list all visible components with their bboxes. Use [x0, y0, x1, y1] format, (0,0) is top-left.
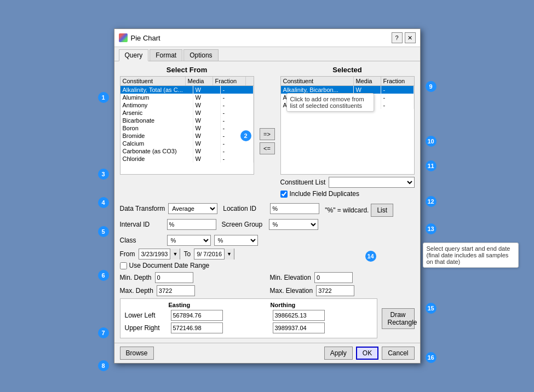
data-transform-row: Data Transform Average Median Sum None	[120, 203, 218, 214]
max-elevation-input[interactable]	[316, 285, 354, 296]
to-date-input[interactable]: 9/ 7/2016 ▼	[194, 249, 234, 260]
table-row[interactable]: Carbonate (as CO3) W -	[120, 147, 254, 155]
sel-th-fraction: Fraction	[381, 77, 414, 85]
callout-3: 3	[98, 169, 109, 180]
pie-chart-dialog: Pie Chart ? ✕ Query Format Options Selec…	[114, 28, 421, 364]
remove-button[interactable]: <=	[260, 142, 275, 154]
sel-th-constituent: Constituent	[281, 77, 354, 85]
sel-th-media: Media	[354, 77, 381, 85]
table-row[interactable]: Boron W -	[120, 124, 254, 132]
location-id-row: Location ID	[223, 203, 319, 214]
class-select-2[interactable]: %	[214, 235, 258, 246]
include-duplicates-label: Include Field Duplicates	[290, 190, 359, 198]
max-depth-row: Max. Depth	[120, 285, 265, 296]
class-label: Class	[120, 237, 164, 244]
cancel-button[interactable]: Cancel	[382, 347, 414, 360]
tab-format[interactable]: Format	[150, 49, 182, 61]
wildcard-hint-area: "%" = wildcard. List	[325, 204, 393, 217]
use-doc-date-label: Use Document Date Range	[129, 262, 210, 269]
callout-13: 13	[426, 223, 437, 234]
lower-left-label: Lower Left	[125, 312, 169, 319]
selected-table-row[interactable]: Alkalinity, Hydroxid... W -	[281, 94, 414, 101]
table-row[interactable]: Bromide W -	[120, 132, 254, 140]
selected-table-row[interactable]: Alkalinity, Bicarbon... W -	[281, 86, 414, 94]
media-cell: W	[193, 86, 221, 94]
selected-table: Constituent Media Fraction Alkalinity, B…	[280, 76, 415, 175]
select-from-scroll[interactable]: Alkalinity, Total (as C... W - Aluminum …	[120, 86, 254, 171]
min-elevation-row: Min. Elevation	[270, 272, 415, 283]
location-id-input[interactable]	[270, 203, 319, 214]
selected-table-row[interactable]: Alkalinity, Carbonat... W -	[281, 101, 414, 109]
class-select-1[interactable]: %	[167, 235, 211, 246]
upper-right-easting[interactable]	[171, 322, 223, 333]
callout-12: 12	[426, 196, 437, 207]
draw-rectangle-button[interactable]: Draw Rectangle	[382, 308, 415, 329]
table-row[interactable]: Arsenic W -	[120, 109, 254, 117]
lower-left-northing[interactable]	[273, 310, 325, 321]
selected-scroll[interactable]: Alkalinity, Bicarbon... W - Alkalinity, …	[281, 86, 414, 171]
title-bar: Pie Chart ? ✕	[114, 29, 420, 47]
depth-elevation-grid: Min. Depth Min. Elevation Max. Depth Max…	[120, 272, 415, 296]
table-row[interactable]: Alkalinity, Total (as C... W -	[120, 86, 254, 94]
callout-4: 4	[98, 197, 109, 208]
lower-left-easting[interactable]	[171, 310, 223, 321]
use-doc-date-row: Use Document Date Range	[120, 262, 415, 269]
table-row[interactable]: Chloride W -	[120, 155, 254, 163]
upper-right-northing[interactable]	[273, 322, 325, 333]
table-row[interactable]: Calcium W -	[120, 140, 254, 147]
select-from-table: Constituent Media Fraction Alkalinity, T…	[120, 76, 254, 175]
apply-button[interactable]: Apply	[324, 347, 353, 360]
dialog-title: Pie Chart	[131, 34, 160, 42]
tab-query[interactable]: Query	[119, 49, 149, 61]
max-depth-input[interactable]	[157, 285, 195, 296]
screen-group-select[interactable]: %	[269, 219, 318, 230]
callout-14: 14	[365, 251, 376, 262]
from-date-input[interactable]: 3/23/1993 ▼	[139, 249, 181, 260]
select-from-panel: Select From Constituent Media Fraction A…	[120, 66, 254, 200]
th-fraction: Fraction	[213, 77, 246, 85]
browse-button[interactable]: Browse	[120, 347, 154, 360]
include-duplicates-checkbox[interactable]	[280, 191, 288, 198]
interval-id-input[interactable]	[167, 219, 216, 230]
class-row: Class % %	[120, 235, 415, 246]
select-from-title: Select From	[120, 66, 254, 74]
th-scroll-space	[246, 77, 254, 85]
title-bar-left: Pie Chart	[119, 33, 160, 42]
table-row[interactable]: Aluminum W -	[120, 94, 254, 101]
select-from-header: Constituent Media Fraction	[120, 77, 254, 86]
selected-panel: Selected Constituent Media Fraction Alka…	[280, 66, 415, 200]
constituent-list-select[interactable]	[329, 177, 414, 188]
constituent-list-row: Constituent List	[280, 177, 415, 188]
table-row[interactable]: Bicarbonate W -	[120, 117, 254, 124]
table-row[interactable]: Antimony W -	[120, 101, 254, 109]
callout-2: 2	[240, 130, 251, 141]
callout-6: 6	[98, 270, 109, 281]
list-button[interactable]: List	[371, 204, 393, 217]
help-button[interactable]: ?	[392, 32, 403, 43]
constituent-cell: Alkalinity, Total (as C...	[120, 86, 193, 94]
interval-id-label: Interval ID	[120, 221, 164, 228]
callout-9: 9	[426, 81, 437, 92]
min-depth-input[interactable]	[155, 272, 193, 283]
wildcard-hint: "%" = wildcard.	[325, 206, 369, 214]
min-elevation-input[interactable]	[314, 272, 353, 283]
use-doc-date-checkbox[interactable]	[120, 262, 127, 269]
from-label: From	[120, 250, 135, 258]
screen-group-label: Screen Group	[222, 221, 266, 228]
add-button[interactable]: =>	[260, 128, 275, 140]
tab-options[interactable]: Options	[183, 49, 218, 61]
coordinates-section: Easting Northing Lower Left Upper Right …	[120, 298, 415, 338]
constituent-panels: Select From Constituent Media Fraction A…	[120, 66, 415, 200]
to-date-picker[interactable]: ▼	[224, 249, 234, 260]
query-content: Select From Constituent Media Fraction A…	[114, 61, 420, 343]
data-transform-select[interactable]: Average Median Sum None	[168, 203, 217, 214]
close-button[interactable]: ✕	[405, 32, 416, 43]
bottom-bar: Browse Apply OK Cancel	[114, 343, 420, 363]
northing-header: Northing	[271, 302, 372, 308]
lower-left-row: Lower Left	[125, 310, 372, 321]
screen-group-row: Screen Group %	[222, 219, 318, 230]
from-date-picker[interactable]: ▼	[170, 249, 180, 260]
include-duplicates-row: Include Field Duplicates	[280, 190, 415, 198]
ok-button[interactable]: OK	[356, 347, 378, 360]
transform-location-row: Data Transform Average Median Sum None L…	[120, 203, 415, 217]
